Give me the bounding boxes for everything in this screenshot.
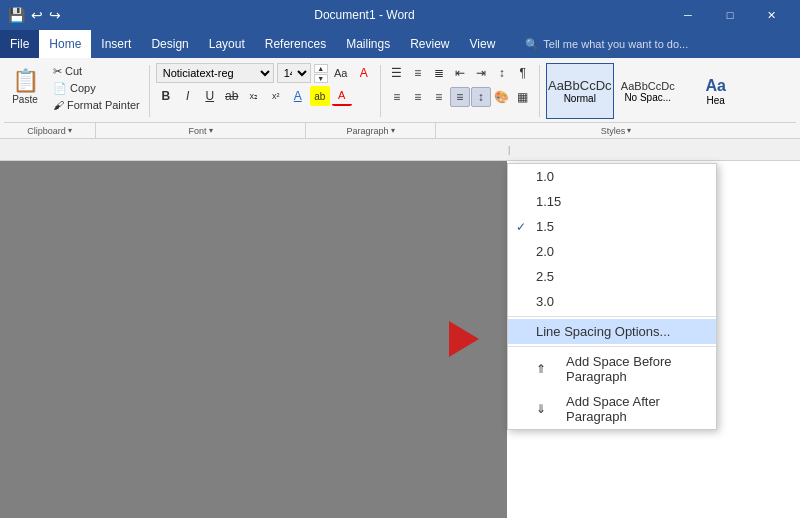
paragraph-expand-icon: ▾ bbox=[391, 126, 395, 135]
menu-insert[interactable]: Insert bbox=[91, 30, 141, 58]
text-color-button[interactable]: A bbox=[288, 86, 308, 106]
font-row2: B I U ab x₂ x² A ab A bbox=[156, 85, 374, 107]
font-group-label[interactable]: Font ▾ bbox=[96, 123, 306, 138]
italic-button[interactable]: I bbox=[178, 86, 198, 106]
font-size-decrease[interactable]: ▼ bbox=[314, 74, 328, 83]
copy-button[interactable]: 📄 Copy bbox=[50, 80, 143, 96]
align-right-button[interactable]: ≡ bbox=[429, 87, 449, 107]
change-case-button[interactable]: Aa bbox=[331, 63, 351, 83]
paragraph-group-label[interactable]: Paragraph ▾ bbox=[306, 123, 436, 138]
minimize-button[interactable]: ─ bbox=[668, 0, 708, 30]
strikethrough-button[interactable]: ab bbox=[222, 86, 242, 106]
menu-references[interactable]: References bbox=[255, 30, 336, 58]
text-effects-button[interactable]: A bbox=[354, 63, 374, 83]
menu-layout[interactable]: Layout bbox=[199, 30, 255, 58]
increase-indent-button[interactable]: ⇥ bbox=[471, 63, 491, 83]
underline-button[interactable]: U bbox=[200, 86, 220, 106]
spacing-1-15[interactable]: 1.15 bbox=[508, 189, 716, 214]
ruler: | bbox=[0, 139, 800, 161]
bullets-button[interactable]: ☰ bbox=[387, 63, 407, 83]
save-icon[interactable]: 💾 bbox=[8, 7, 25, 23]
copy-label: Copy bbox=[70, 82, 96, 94]
search-box[interactable]: 🔍Tell me what you want to do... bbox=[515, 30, 698, 58]
spacing-1-0[interactable]: 1.0 bbox=[508, 164, 716, 189]
maximize-button[interactable]: □ bbox=[710, 0, 750, 30]
format-painter-label: Format Painter bbox=[67, 99, 140, 111]
menu-review[interactable]: Review bbox=[400, 30, 459, 58]
para-row1: ☰ ≡ ≣ ⇤ ⇥ ↕ ¶ bbox=[387, 61, 533, 85]
font-name-select[interactable]: Noticiatext-reg bbox=[156, 63, 274, 83]
borders-button[interactable]: ▦ bbox=[513, 87, 533, 107]
right-arrow-icon bbox=[449, 321, 479, 357]
para-row2: ≡ ≡ ≡ ≡ ↕ 🎨 ▦ bbox=[387, 85, 533, 109]
paragraph-label-text: Paragraph bbox=[346, 126, 388, 136]
clipboard-side: ✂ Cut 📄 Copy 🖌 Format Painter bbox=[50, 61, 143, 113]
font-color-button[interactable]: A bbox=[332, 86, 352, 106]
highlight-button[interactable]: ab bbox=[310, 86, 330, 106]
bold-button[interactable]: B bbox=[156, 86, 176, 106]
spacing-2-5[interactable]: 2.5 bbox=[508, 264, 716, 289]
clipboard-group-label[interactable]: Clipboard ▾ bbox=[4, 123, 96, 138]
spacing-1-5[interactable]: 1.5 bbox=[508, 214, 716, 239]
document-area: 1.0 1.15 1.5 2.0 2.5 3.0 Line Spacing Op… bbox=[0, 161, 800, 518]
subscript-button[interactable]: x₂ bbox=[244, 86, 264, 106]
menu-view[interactable]: View bbox=[460, 30, 506, 58]
menu-mailings[interactable]: Mailings bbox=[336, 30, 400, 58]
paste-label: Paste bbox=[12, 94, 38, 105]
styles-label-text: Styles bbox=[601, 126, 626, 136]
multilevel-list-button[interactable]: ≣ bbox=[429, 63, 449, 83]
align-center-button[interactable]: ≡ bbox=[408, 87, 428, 107]
justify-button[interactable]: ≡ bbox=[450, 87, 470, 107]
add-space-before-icon: ⇑ bbox=[536, 362, 554, 376]
style-normal-preview: AaBbCcDc bbox=[548, 78, 612, 93]
clipboard-top: 📋 Paste ✂ Cut 📄 Copy 🖌 Format Painter bbox=[4, 61, 143, 121]
dropdown-separator-2 bbox=[508, 346, 716, 347]
shading-button[interactable]: 🎨 bbox=[492, 87, 512, 107]
style-heading1[interactable]: Aa Hea bbox=[682, 63, 750, 119]
separator-3 bbox=[539, 65, 540, 117]
show-marks-button[interactable]: ¶ bbox=[513, 63, 533, 83]
window-controls: ─ □ ✕ bbox=[668, 0, 792, 30]
style-heading1-label: Hea bbox=[707, 95, 725, 106]
paste-icon: 📋 bbox=[12, 68, 39, 94]
add-space-after[interactable]: ⇓ Add Space After Paragraph bbox=[508, 389, 716, 429]
title-bar-icons: 💾 ↩ ↪ bbox=[8, 7, 61, 23]
menu-home[interactable]: Home bbox=[39, 30, 91, 58]
menu-file[interactable]: File bbox=[0, 30, 39, 58]
align-left-button[interactable]: ≡ bbox=[387, 87, 407, 107]
redo-icon[interactable]: ↪ bbox=[49, 7, 61, 23]
styles-group-label[interactable]: Styles ▾ bbox=[436, 123, 796, 138]
spacing-1-5-label: 1.5 bbox=[536, 219, 554, 234]
paragraph-group: ☰ ≡ ≣ ⇤ ⇥ ↕ ¶ ≡ ≡ ≡ ≡ ↕ 🎨 ▦ bbox=[387, 61, 533, 121]
paste-button[interactable]: 📋 Paste bbox=[4, 61, 46, 111]
decrease-indent-button[interactable]: ⇤ bbox=[450, 63, 470, 83]
close-button[interactable]: ✕ bbox=[752, 0, 792, 30]
title-bar: 💾 ↩ ↪ Document1 - Word ─ □ ✕ bbox=[0, 0, 800, 30]
font-size-select[interactable]: 14 bbox=[277, 63, 311, 83]
cut-button[interactable]: ✂ Cut bbox=[50, 63, 143, 79]
menu-bar: File Home Insert Design Layout Reference… bbox=[0, 30, 800, 58]
menu-design[interactable]: Design bbox=[141, 30, 198, 58]
undo-icon[interactable]: ↩ bbox=[31, 7, 43, 23]
add-space-after-label: Add Space After Paragraph bbox=[566, 394, 688, 424]
line-spacing-options[interactable]: Line Spacing Options... bbox=[508, 319, 716, 344]
font-size-increase[interactable]: ▲ bbox=[314, 64, 328, 73]
add-space-before[interactable]: ⇑ Add Space Before Paragraph bbox=[508, 349, 716, 389]
spacing-2-0[interactable]: 2.0 bbox=[508, 239, 716, 264]
superscript-button[interactable]: x² bbox=[266, 86, 286, 106]
arrow-container bbox=[449, 321, 479, 361]
separator-2 bbox=[380, 65, 381, 117]
line-spacing-options-label: Line Spacing Options... bbox=[536, 324, 670, 339]
style-normal[interactable]: AaBbCcDc Normal bbox=[546, 63, 614, 119]
format-painter-button[interactable]: 🖌 Format Painter bbox=[50, 97, 143, 113]
add-space-before-label: Add Space Before Paragraph bbox=[566, 354, 688, 384]
line-spacing-button[interactable]: ↕ bbox=[471, 87, 491, 107]
numbering-button[interactable]: ≡ bbox=[408, 63, 428, 83]
cut-icon: ✂ bbox=[53, 65, 62, 78]
font-label-text: Font bbox=[188, 126, 206, 136]
ribbon: 📋 Paste ✂ Cut 📄 Copy 🖌 Format Painter bbox=[0, 58, 800, 139]
sort-button[interactable]: ↕ bbox=[492, 63, 512, 83]
style-no-space[interactable]: AaBbCcDc No Spac... bbox=[614, 63, 682, 119]
font-expand-icon: ▾ bbox=[209, 126, 213, 135]
spacing-3-0[interactable]: 3.0 bbox=[508, 289, 716, 314]
